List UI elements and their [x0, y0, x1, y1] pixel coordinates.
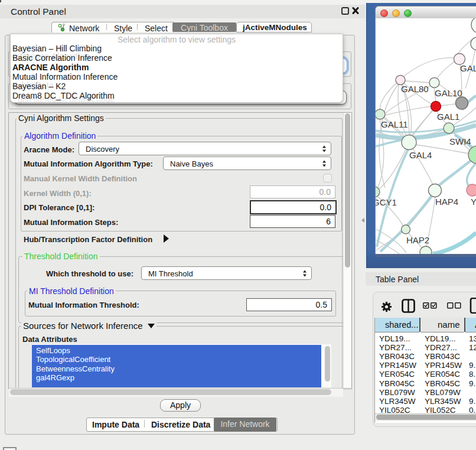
svg-text:GAL: GAL	[460, 63, 476, 73]
svg-text:Y: Y	[471, 197, 476, 207]
svg-text:SWI4: SWI4	[449, 136, 471, 146]
svg-text:GAL10: GAL10	[435, 88, 462, 98]
svg-text:GAL80: GAL80	[401, 84, 429, 94]
svg-text:HAP2: HAP2	[406, 235, 429, 245]
svg-text:GAL1: GAL1	[437, 112, 459, 122]
svg-text:HAP4: HAP4	[435, 197, 458, 207]
svg-text:GAL4: GAL4	[409, 150, 432, 160]
svg-text:GAL11: GAL11	[381, 119, 408, 129]
svg-text:GCY1: GCY1	[376, 197, 397, 207]
